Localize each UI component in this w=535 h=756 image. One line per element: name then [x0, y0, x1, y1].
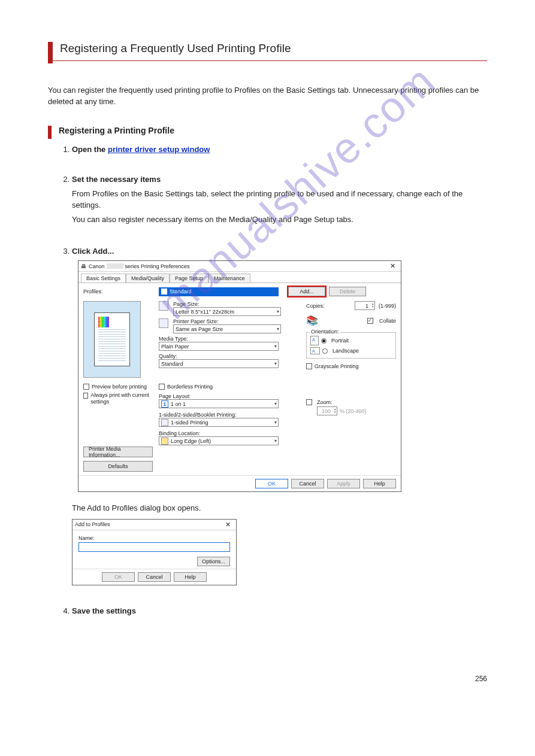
profiles-select[interactable]: Standard: [159, 287, 279, 296]
preview-box: [83, 301, 141, 378]
media-type-select[interactable]: Plain Paper: [159, 342, 279, 351]
help-button[interactable]: Help: [363, 479, 396, 488]
close-icon[interactable]: ✕: [387, 262, 398, 270]
small-help-button[interactable]: Help: [174, 572, 207, 582]
tab-page-setup[interactable]: Page Setup: [170, 274, 208, 283]
add-profile-dialog: Add to Profiles ✕ Name: Options... OK Ca…: [72, 519, 237, 585]
zoom-label: Zoom:: [317, 399, 333, 405]
name-input[interactable]: [78, 542, 230, 552]
small-close-icon[interactable]: ✕: [222, 521, 234, 529]
page-title: Registering a Frequently Used Printing P…: [60, 42, 291, 63]
grayscale-label: Grayscale Printing: [315, 363, 359, 369]
preview-rainbow-icon: [98, 317, 109, 327]
zoom-checkbox[interactable]: [306, 399, 312, 405]
printer-paper-label: Printer Paper Size:: [173, 318, 300, 324]
step-3-head: Click Add...: [72, 247, 487, 256]
dialog-title-blur: [107, 263, 123, 269]
small-button-row: OK Cancel Help: [72, 569, 236, 585]
copies-label: Copies:: [306, 303, 325, 309]
section-heading-row: Registering a Printing Profile: [48, 126, 487, 139]
portrait-label: Portrait: [331, 338, 349, 344]
steps-list: Open the printer driver setup window Set…: [72, 145, 487, 615]
dialog-title-prefix: Canon: [89, 263, 105, 269]
cancel-button[interactable]: Cancel: [291, 479, 324, 488]
zoom-range: % (20-400): [340, 408, 367, 414]
page-layout-thumb: 1: [161, 400, 168, 408]
preferences-dialog: 🖶 Canon series Printing Preferences ✕ Ba…: [78, 260, 401, 492]
orientation-label: Orientation:: [310, 329, 340, 335]
quality-select[interactable]: Standard: [159, 359, 279, 368]
page-size-value: Letter 8.5"x11" 22x28cm: [176, 309, 234, 315]
tab-pane: Profiles: Standard Add... Delete: [78, 283, 401, 475]
apply-button[interactable]: Apply: [327, 479, 360, 488]
step-2: Set the necessary items From Profiles on…: [72, 175, 487, 226]
always-print-checkbox[interactable]: [83, 393, 88, 399]
collate-label: Collate: [379, 318, 396, 324]
quality-value: Standard: [161, 361, 183, 367]
sided-icon: [161, 419, 168, 426]
binding-value: Long Edge (Left): [171, 438, 211, 444]
step-3: Click Add... 🖶 Canon series Printing Pre…: [72, 247, 487, 585]
defaults-button[interactable]: Defaults: [83, 461, 153, 472]
left-column: Preview before printing Always print wit…: [83, 301, 153, 472]
options-button[interactable]: Options...: [197, 557, 230, 566]
media-type-label: Media Type:: [159, 336, 300, 342]
step-1-head: Open the printer driver setup window: [72, 145, 487, 154]
step-2-head: Set the necessary items: [72, 175, 487, 184]
name-label: Name:: [78, 535, 230, 541]
small-ok-button[interactable]: OK: [102, 572, 135, 582]
portrait-radio[interactable]: [321, 338, 327, 344]
small-cancel-button[interactable]: Cancel: [138, 572, 171, 582]
ok-button[interactable]: OK: [255, 479, 288, 488]
small-titlebar: Add to Profiles ✕: [72, 520, 236, 530]
page-layout-label: Page Layout:: [159, 393, 300, 399]
delete-button[interactable]: Delete: [329, 287, 366, 296]
copies-spinner[interactable]: 1: [355, 301, 375, 310]
step-2-body1: From Profiles on the Basic Settings tab,…: [72, 189, 487, 211]
section-accent-bar: [48, 126, 52, 139]
tab-maintenance[interactable]: Maintenance: [208, 274, 250, 283]
step-4-head: Save the settings: [72, 606, 487, 615]
borderless-row: Borderless Printing: [159, 384, 300, 390]
grayscale-checkbox[interactable]: [306, 363, 312, 369]
page-number: 256: [475, 675, 487, 683]
right-column: Copies: 1 (1-999) 📚 ✓ Collate Ori: [306, 301, 396, 472]
page-size-label: Page Size:: [173, 301, 300, 307]
add-button[interactable]: Add...: [288, 287, 325, 296]
page-size-select[interactable]: Letter 8.5"x11" 22x28cm: [173, 307, 281, 316]
collate-checkbox[interactable]: ✓: [367, 318, 373, 324]
preview-lines: [98, 329, 126, 362]
dialog-title-suffix: series Printing Preferences: [125, 263, 190, 269]
profiles-icon: [161, 289, 167, 294]
binding-icon: [161, 438, 168, 445]
orientation-group: Orientation: Portrait Landscape: [306, 332, 396, 359]
landscape-label: Landscape: [333, 348, 359, 354]
printer-driver-link[interactable]: printer driver setup window: [108, 145, 210, 154]
sided-value: 1-sided Printing: [171, 420, 208, 426]
preview-before-row: Preview before printing: [83, 384, 153, 390]
page-layout-select[interactable]: 1 1 on 1: [159, 399, 279, 408]
tab-media-quality[interactable]: Media/Quality: [126, 274, 170, 283]
page-size-icon: [159, 301, 168, 311]
step-4: Save the settings: [72, 606, 487, 615]
preview-before-label: Preview before printing: [92, 384, 147, 390]
borderless-label: Borderless Printing: [167, 384, 213, 390]
zoom-spinner[interactable]: 100: [317, 406, 337, 415]
borderless-checkbox[interactable]: [159, 384, 165, 390]
page-layout-value: 1 on 1: [171, 401, 186, 407]
printer-paper-select[interactable]: Same as Page Size: [173, 324, 281, 333]
tab-basic-settings[interactable]: Basic Settings: [81, 274, 126, 283]
quality-label: Quality:: [159, 353, 300, 359]
dialog-titlebar: 🖶 Canon series Printing Preferences ✕: [78, 261, 401, 272]
center-column: Page Size: Letter 8.5"x11" 22x28cm Print…: [159, 301, 300, 472]
sided-select[interactable]: 1-sided Printing: [159, 418, 279, 427]
small-dialog-title: Add to Profiles: [75, 521, 110, 527]
printer-paper-value: Same as Page Size: [176, 326, 223, 332]
printer-media-info-button[interactable]: Printer Media Information...: [83, 447, 153, 457]
always-print-row: Always print with current settings: [83, 392, 153, 405]
preview-before-checkbox[interactable]: [83, 384, 89, 390]
binding-select[interactable]: Long Edge (Left): [159, 436, 279, 445]
intro-paragraph: You can register the frequently used pri…: [48, 85, 487, 108]
section-heading: Registering a Printing Profile: [59, 126, 174, 139]
landscape-radio[interactable]: [322, 348, 328, 354]
